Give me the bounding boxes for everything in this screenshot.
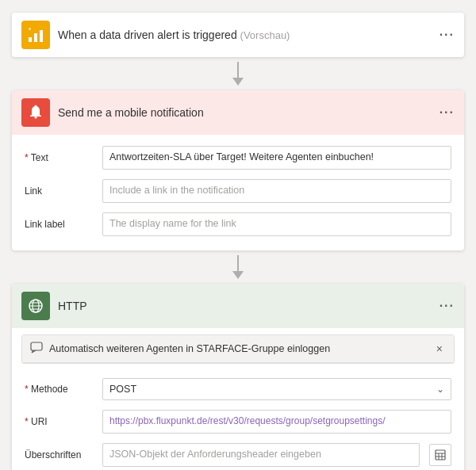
notification-card-header: Send me a mobile notification ··· (12, 90, 464, 135)
http-sub-card: Automatisch weiteren Agenten in STARFACE… (21, 334, 455, 364)
http-sub-header: Automatisch weiteren Agenten in STARFACE… (22, 335, 454, 363)
arrow-head-2 (232, 271, 244, 279)
arrow-head-1 (232, 78, 244, 86)
http-headers-label: Überschriften (25, 449, 96, 460)
trigger-card-header: When a data driven alert is triggered (V… (12, 13, 464, 57)
table-icon (435, 449, 446, 460)
notification-linklabel-input[interactable]: The display name for the link (102, 212, 451, 236)
http-sub-close-button[interactable]: × (433, 341, 446, 357)
notification-text-input[interactable]: Antwortzeiten-SLA über Target! Weitere A… (102, 146, 451, 170)
notification-linklabel-label: Link label (25, 219, 96, 230)
http-methode-row: * Methode POST ⌄ (25, 373, 451, 405)
notification-linklabel-row: Link label The display name for the link (25, 208, 451, 241)
chart-bar-icon (27, 26, 44, 44)
http-icon (21, 292, 50, 320)
notification-card: Send me a mobile notification ··· * Text… (12, 90, 464, 250)
notification-link-input[interactable]: Include a link in the notification (102, 179, 451, 203)
notification-text-label: * Text (25, 152, 96, 163)
trigger-menu-button[interactable]: ··· (440, 28, 455, 42)
http-card: HTTP ··· Automatisch weiteren Agenten in… (12, 284, 464, 470)
http-card-body: * Methode POST ⌄ * URI https://pbx.fluxp… (12, 367, 464, 470)
svg-rect-2 (40, 30, 43, 42)
flow-container: When a data driven alert is triggered (V… (13, 13, 463, 470)
arrow-line-1 (237, 62, 239, 78)
globe-icon (27, 297, 44, 315)
notification-link-row: Link Include a link in the notification (25, 174, 451, 208)
trigger-title-text: When a data driven alert is triggered (58, 29, 237, 41)
http-uri-input[interactable]: https://pbx.fluxpunkt.de/rest/v30/reques… (102, 410, 451, 434)
arrow-line-2 (237, 255, 239, 271)
arrow-1 (232, 57, 244, 90)
arrow-2 (232, 250, 244, 284)
trigger-preview: (Vorschau) (240, 29, 290, 41)
http-methode-label: * Methode (25, 384, 96, 395)
http-card-header: HTTP ··· (12, 284, 464, 328)
svg-rect-12 (436, 450, 445, 460)
notification-icon (21, 98, 50, 127)
notification-title: Send me a mobile notification (58, 106, 432, 119)
notification-menu-button[interactable]: ··· (440, 105, 455, 120)
comment-icon (30, 342, 43, 357)
notification-card-body: * Text Antwortzeiten-SLA über Target! We… (12, 135, 464, 250)
svg-rect-11 (31, 342, 42, 350)
http-headers-input[interactable]: JSON-Objekt der Anforderungsheader einge… (102, 443, 420, 467)
bell-icon (27, 104, 44, 121)
svg-rect-4 (35, 117, 37, 119)
chevron-down-icon: ⌄ (430, 379, 451, 399)
http-uri-label: * URI (25, 416, 96, 427)
trigger-card: When a data driven alert is triggered (V… (12, 13, 464, 57)
http-menu-button[interactable]: ··· (440, 299, 455, 313)
http-headers-icon-button[interactable] (429, 444, 451, 466)
http-methode-select[interactable]: POST ⌄ (102, 378, 451, 400)
http-sub-title: Automatisch weiteren Agenten in STARFACE… (49, 343, 427, 354)
trigger-title: When a data driven alert is triggered (V… (58, 29, 432, 41)
http-methode-value: POST (103, 379, 430, 399)
http-uri-row: * URI https://pbx.fluxpunkt.de/rest/v30/… (25, 405, 451, 438)
http-title: HTTP (58, 300, 432, 312)
trigger-icon (21, 21, 50, 49)
notification-link-label: Link (25, 185, 96, 197)
svg-rect-0 (29, 37, 32, 42)
svg-point-5 (35, 105, 37, 108)
comment-bubble-icon (30, 342, 43, 354)
http-headers-row: Überschriften JSON-Objekt der Anforderun… (25, 438, 451, 470)
svg-rect-1 (34, 33, 37, 42)
notification-text-row: * Text Antwortzeiten-SLA über Target! We… (25, 141, 451, 174)
svg-rect-3 (29, 28, 31, 30)
